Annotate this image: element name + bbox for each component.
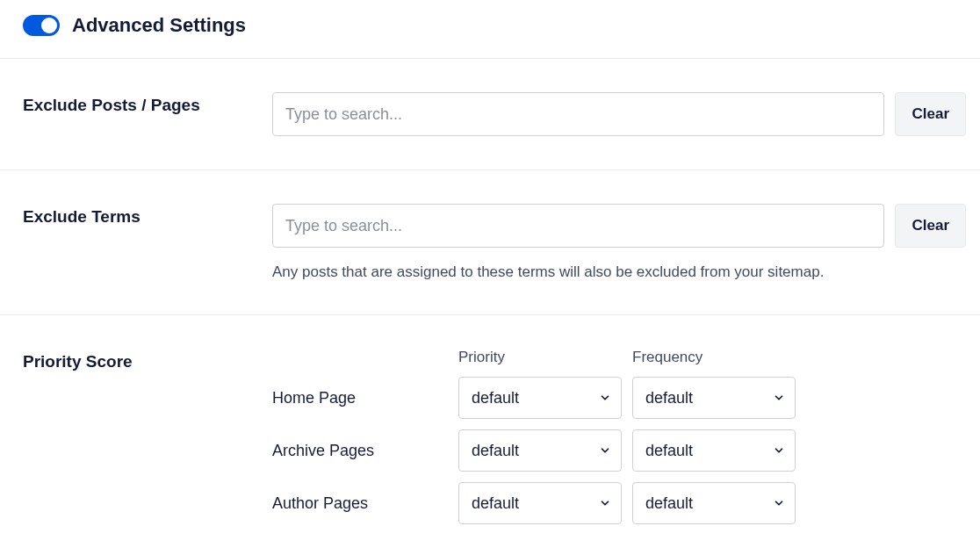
row-label-author-pages: Author Pages [272, 494, 448, 513]
archive-pages-priority-select[interactable]: default [458, 429, 622, 472]
author-pages-frequency-value: default [645, 494, 693, 513]
home-page-priority-select-wrap: default [458, 377, 622, 419]
toggle-knob [41, 18, 57, 33]
archive-pages-priority-value: default [472, 442, 519, 460]
priority-score-content: Priority Frequency Home Page default def… [272, 349, 966, 524]
author-pages-priority-select[interactable]: default [458, 482, 622, 524]
exclude-posts-label: Exclude Posts / Pages [23, 92, 272, 136]
author-pages-frequency-select[interactable]: default [632, 482, 796, 524]
home-page-priority-value: default [472, 389, 519, 407]
author-pages-priority-value: default [472, 494, 519, 513]
row-label-archive-pages: Archive Pages [272, 442, 448, 460]
author-pages-priority-select-wrap: default [458, 482, 622, 524]
archive-pages-frequency-select-wrap: default [632, 429, 796, 472]
archive-pages-priority-select-wrap: default [458, 429, 622, 472]
archive-pages-frequency-select[interactable]: default [632, 429, 796, 472]
exclude-terms-content: Clear Any posts that are assigned to the… [272, 204, 966, 281]
archive-pages-frequency-value: default [645, 442, 693, 460]
row-label-home-page: Home Page [272, 389, 448, 407]
section-exclude-posts: Exclude Posts / Pages Clear [0, 59, 980, 170]
priority-column-header: Priority [458, 349, 622, 366]
advanced-settings-header: Advanced Settings [0, 0, 980, 59]
exclude-terms-search-input[interactable] [272, 204, 884, 248]
exclude-posts-clear-button[interactable]: Clear [895, 92, 966, 136]
exclude-posts-input-row: Clear [272, 92, 966, 136]
home-page-frequency-value: default [645, 389, 693, 407]
priority-score-label: Priority Score [23, 349, 272, 524]
home-page-priority-select[interactable]: default [458, 377, 622, 419]
exclude-terms-help: Any posts that are assigned to these ter… [272, 263, 966, 281]
frequency-column-header: Frequency [632, 349, 796, 366]
exclude-terms-input-row: Clear [272, 204, 966, 248]
home-page-frequency-select[interactable]: default [632, 377, 796, 419]
exclude-posts-search-input[interactable] [272, 92, 884, 136]
home-page-frequency-select-wrap: default [632, 377, 796, 419]
author-pages-frequency-select-wrap: default [632, 482, 796, 524]
priority-grid: Priority Frequency Home Page default def… [272, 349, 966, 524]
advanced-settings-title: Advanced Settings [72, 14, 246, 37]
exclude-terms-label: Exclude Terms [23, 204, 272, 281]
exclude-terms-clear-button[interactable]: Clear [895, 204, 966, 248]
exclude-posts-content: Clear [272, 92, 966, 136]
section-exclude-terms: Exclude Terms Clear Any posts that are a… [0, 170, 980, 315]
advanced-settings-toggle[interactable] [23, 15, 60, 36]
section-priority-score: Priority Score Priority Frequency Home P… [0, 315, 980, 555]
